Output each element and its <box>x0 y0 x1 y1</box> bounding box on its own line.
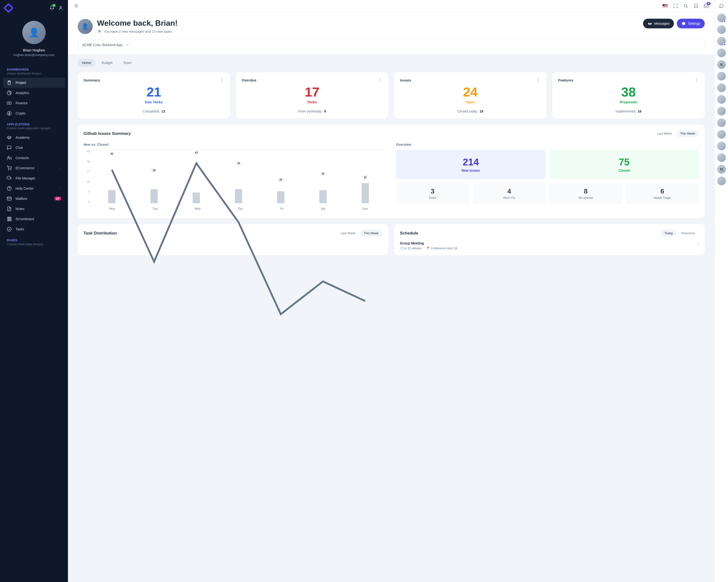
presence-avatar[interactable] <box>717 72 726 81</box>
issues-chart: 4536271890 42284334202522 MonTueWedThuFr… <box>83 150 386 213</box>
more-icon[interactable] <box>694 78 699 82</box>
settings-button[interactable]: Settings <box>677 19 705 28</box>
sidebar-subheading: Custom made application designs <box>7 127 61 130</box>
range-pill[interactable]: Last Week <box>653 130 676 137</box>
sidebar-item-scrumboard[interactable]: Scrumboard <box>3 214 65 224</box>
pie-icon <box>7 90 11 95</box>
search-icon[interactable] <box>683 3 688 8</box>
chat-panel-icon[interactable] <box>719 3 724 8</box>
overview-small: 6Needs Triage <box>626 183 699 204</box>
check-icon <box>7 227 11 231</box>
more-icon[interactable] <box>378 78 383 82</box>
github-title: Github Issues Summary <box>83 131 131 136</box>
sidebar-subheading: Custom made page designs <box>7 243 61 246</box>
cloud-icon <box>7 176 11 181</box>
sidebar-item-notes[interactable]: Notes <box>3 204 65 214</box>
svg-point-23 <box>538 78 539 79</box>
tab-home[interactable]: Home <box>78 59 95 67</box>
svg-point-0 <box>60 6 62 8</box>
svg-point-15 <box>684 4 687 7</box>
sidebar: 3 👤 Brian Hughes hughes.brian@company.co… <box>0 0 68 582</box>
sidebar-item-chat[interactable]: Chat <box>3 143 65 153</box>
tab-team[interactable]: Team <box>119 59 136 67</box>
sidebar-item-label: Project <box>16 81 26 85</box>
sidebar-item-label: File Manager <box>16 176 35 180</box>
github-range: Last WeekThis Week <box>653 130 699 137</box>
sidebar-item-file-manager[interactable]: File Manager <box>3 173 65 183</box>
sidebar-item-label: Scrumboard <box>16 217 34 221</box>
svg-rect-12 <box>9 217 10 221</box>
presence-avatar[interactable] <box>717 95 726 104</box>
presence-avatar[interactable]: M <box>717 60 726 69</box>
presence-avatar[interactable] <box>717 176 726 185</box>
cash-icon <box>7 101 11 106</box>
presence-avatar[interactable] <box>717 49 726 57</box>
menu-toggle-icon[interactable] <box>74 3 79 8</box>
schedule-item[interactable]: Group Meeting› 🕐 in 32 minutes 📍 Confere… <box>400 241 699 250</box>
sidebar-item-mailbox[interactable]: Mailbox27 <box>3 194 65 204</box>
sidebar-item-label: Contacts <box>16 156 29 160</box>
presence-avatar[interactable] <box>717 118 726 127</box>
sidebar-item-crypto[interactable]: Crypto <box>3 108 65 118</box>
overview-big: 214New Issues <box>396 150 546 179</box>
sidebar-item-help-center[interactable]: Help Center› <box>3 183 65 194</box>
stat-foot-key: Implemented: <box>616 109 636 113</box>
sidebar-item-analytics[interactable]: Analytics <box>3 88 65 98</box>
fullscreen-icon[interactable] <box>673 3 678 8</box>
presence-avatar[interactable]: M <box>717 165 726 174</box>
range-pill[interactable]: Today <box>660 229 677 237</box>
more-icon[interactable] <box>219 78 224 82</box>
flag-icon[interactable] <box>662 4 668 8</box>
presence-avatar[interactable] <box>717 107 726 115</box>
presence-avatar[interactable] <box>717 83 726 92</box>
presence-avatar[interactable] <box>717 153 726 162</box>
stat-card-features: Features 38 Proposals Implemented:16 <box>552 72 705 118</box>
sidebar-item-tasks[interactable]: Tasks <box>3 224 65 234</box>
sidebar-item-ecommerce[interactable]: ECommerce› <box>3 163 65 173</box>
sidebar-item-label: Academy <box>16 136 30 139</box>
overview-title: Overview <box>396 143 699 146</box>
sidebar-badge: 27 <box>54 197 61 200</box>
stat-foot-val: 9 <box>324 109 326 113</box>
sidebar-item-contacts[interactable]: Contacts <box>3 153 65 163</box>
range-pill[interactable]: Tomorrow <box>677 229 699 237</box>
clock-icon: 🕐 in 32 minutes <box>400 247 422 250</box>
tab-budget[interactable]: Budget <box>97 59 117 67</box>
stat-value: 24 <box>400 85 541 99</box>
more-icon[interactable] <box>536 78 541 82</box>
svg-point-14 <box>7 227 11 231</box>
presence-avatar[interactable] <box>717 142 726 150</box>
bookmark-icon[interactable] <box>694 3 698 8</box>
notifications-button[interactable]: 3 <box>50 5 54 11</box>
sidebar-item-academy[interactable]: Academy <box>3 132 65 143</box>
presence-avatar[interactable] <box>717 25 726 34</box>
sidebar-item-label: Crypto <box>16 111 25 115</box>
chevron-right-icon: › <box>698 241 699 245</box>
project-selector[interactable]: ACME Corp. Backend App <box>78 40 705 50</box>
clipboard-icon <box>7 80 11 85</box>
sidebar-item-finance[interactable]: Finance <box>3 98 65 108</box>
presence-avatar[interactable] <box>717 37 726 46</box>
svg-point-28 <box>696 81 697 82</box>
inbox-icon[interactable]: 5 <box>704 3 709 8</box>
stat-value: 21 <box>83 85 224 99</box>
presence-avatar[interactable] <box>717 130 726 139</box>
sidebar-item-project[interactable]: Project <box>3 78 65 88</box>
user-avatar[interactable]: 👤 <box>22 21 46 44</box>
svg-rect-3 <box>7 102 11 104</box>
user-status-icon[interactable] <box>58 6 63 10</box>
stat-value: 38 <box>558 85 699 99</box>
chevron-down-icon <box>125 43 130 47</box>
gear-icon <box>681 21 686 26</box>
presence-avatar[interactable] <box>717 13 726 22</box>
messages-button[interactable]: Messages <box>643 19 674 28</box>
sidebar-item-label: Finance <box>16 101 28 105</box>
sidebar-item-label: Help Center <box>16 187 34 190</box>
topbar: 5 <box>68 0 714 12</box>
svg-rect-13 <box>10 217 11 221</box>
range-pill[interactable]: This Week <box>676 130 699 137</box>
card-title: Summary <box>83 78 100 82</box>
schedule-title: Schedule <box>400 231 418 236</box>
dollar-icon <box>7 111 11 116</box>
card-title: Features <box>558 78 573 82</box>
